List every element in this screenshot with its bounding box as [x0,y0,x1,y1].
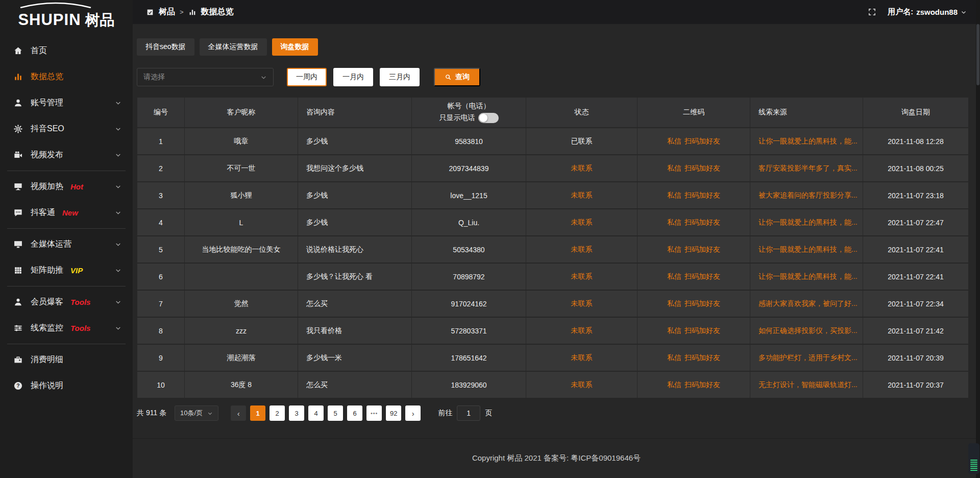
table-row: 6多少钱？让我死心 看70898792未联系私信扫码加好友让你一眼就爱上的黑科技… [137,263,969,290]
sidebar-divider [7,171,126,171]
monitor-icon [13,240,23,249]
breadcrumb-app[interactable]: 树品 [159,7,175,17]
sidebar-item-label: 视频加热 [31,181,63,192]
private-message-link[interactable]: 私信 [667,191,681,200]
query-button[interactable]: 查询 [434,68,480,86]
tab-0[interactable]: 抖音seo数据 [137,38,194,56]
status-badge: 未联系 [526,317,638,344]
sidebar-item-label: 抖音SEO [31,124,64,134]
cell-source: 无主灯设计，智能磁吸轨道灯... [750,371,863,398]
scan-add-friend-link[interactable]: 扫码加好友 [684,245,720,254]
tab-1[interactable]: 全媒体运营数据 [200,38,267,56]
scan-add-friend-link[interactable]: 扫码加好友 [684,164,720,173]
chevron-down-icon [115,267,121,274]
source-link[interactable]: 让你一眼就爱上的黑科技，能... [758,137,857,145]
next-page-button[interactable]: › [405,405,421,421]
scan-add-friend-link[interactable]: 扫码加好友 [684,218,720,227]
period-button-1[interactable]: 一月内 [333,68,373,86]
cell-account: 183929060 [412,371,526,398]
page-button-6[interactable]: 6 [347,405,362,421]
scan-add-friend-link[interactable]: 扫码加好友 [684,272,720,281]
cell-id: 3 [137,182,185,209]
period-button-0[interactable]: 一周内 [287,68,327,86]
phone-only-toggle[interactable] [478,113,499,123]
page-button-2[interactable]: 2 [270,405,285,421]
scan-add-friend-link[interactable]: 扫码加好友 [684,137,720,146]
source-link[interactable]: 感谢大家喜欢我家，被问了好... [758,299,857,307]
filter-select[interactable]: 请选择 [137,68,274,86]
chevron-down-icon [115,325,121,331]
cell-account: 50534380 [412,236,526,263]
sidebar-item-screen-heat[interactable]: 视频加热Hot [0,174,133,200]
logo-text-cn: 树品 [85,13,115,28]
sidebar-divider [7,286,126,286]
sidebar-item-bar-chart[interactable]: 数据总览 [0,64,133,90]
cell-content: 怎么买 [298,371,412,398]
private-message-link[interactable]: 私信 [667,299,681,308]
sidebar-item-badge: Tools [70,298,90,306]
cell-nickname [185,263,298,290]
page-button-5[interactable]: 5 [328,405,343,421]
private-message-link[interactable]: 私信 [667,164,681,173]
corner-widget[interactable] [968,443,979,474]
source-link[interactable]: 让你一眼就爱上的黑科技，能... [758,218,857,226]
scan-add-friend-link[interactable]: 扫码加好友 [684,353,720,363]
goto-page-input[interactable] [457,405,480,421]
scan-add-friend-link[interactable]: 扫码加好友 [684,191,720,200]
tab-2[interactable]: 询盘数据 [272,38,318,56]
chat-icon [13,208,23,218]
table-row: 8zzz我只看价格572803371未联系私信扫码加好友如何正确选择投影仪，买投… [137,317,969,344]
sidebar-item-home[interactable]: 首页 [0,38,133,64]
fullscreen-icon[interactable] [868,8,876,16]
scrollbar[interactable] [976,0,980,478]
private-message-link[interactable]: 私信 [667,245,681,254]
sidebar-item-briefcase[interactable]: 消费明细 [0,347,133,373]
sidebar-item-label: 线索监控 [31,323,63,333]
source-link[interactable]: 被大家追着问的客厅投影分享... [758,191,857,199]
sidebar-item-matrix-grid[interactable]: 矩阵助推VIP [0,257,133,283]
user-menu[interactable]: 用户名: zswodun88 [888,7,967,17]
source-link[interactable]: 让你一眼就爱上的黑科技，能... [758,272,857,280]
page-ellipsis-button[interactable]: ••• [366,405,382,421]
source-link[interactable]: 如何正确选择投影仪，买投影... [758,326,857,334]
sidebar-item-question[interactable]: ?操作说明 [0,373,133,399]
private-message-link[interactable]: 私信 [667,137,681,146]
sidebar-item-gear[interactable]: 抖音SEO [0,116,133,142]
cell-date: 2021-11-07 23:18 [863,182,969,209]
source-link[interactable]: 客厅安装投影半年多了，真实... [758,164,857,172]
period-button-2[interactable]: 三月内 [380,68,420,86]
sidebar-item-monitor[interactable]: 全媒体运营 [0,231,133,257]
scan-add-friend-link[interactable]: 扫码加好友 [684,299,720,308]
cell-account: love__1215 [412,182,526,209]
private-message-link[interactable]: 私信 [667,218,681,227]
cell-qrcode: 私信扫码加好友 [638,236,750,263]
sidebar-item-sliders[interactable]: 线索监控Tools [0,315,133,341]
private-message-link[interactable]: 私信 [667,380,681,390]
cell-id: 9 [137,344,185,371]
source-link[interactable]: 无主灯设计，智能磁吸轨道灯... [758,380,857,389]
page-button-3[interactable]: 3 [289,405,304,421]
source-link[interactable]: 多功能护栏灯，适用于乡村文... [758,353,857,362]
cell-source: 让你一眼就爱上的黑科技，能... [750,209,863,236]
page-button-92[interactable]: 92 [386,405,401,421]
scrollbar-thumb[interactable] [976,24,979,85]
private-message-link[interactable]: 私信 [667,272,681,281]
page-button-4[interactable]: 4 [308,405,324,421]
prev-page-button[interactable]: ‹ [231,405,246,421]
bar-chart-icon [188,8,197,16]
sidebar-item-member[interactable]: 会员爆客Tools [0,289,133,315]
scan-add-friend-link[interactable]: 扫码加好友 [684,326,720,336]
page-button-1[interactable]: 1 [250,405,265,421]
private-message-link[interactable]: 私信 [667,326,681,336]
private-message-link[interactable]: 私信 [667,353,681,363]
filter-bar: 请选择 一周内一月内三月内 查询 [137,68,969,86]
table-row: 5当地比较能吃的一位美女说说价格让我死心50534380未联系私信扫码加好友让你… [137,236,969,263]
sidebar-item-video-publish[interactable]: 视频发布 [0,142,133,168]
source-link[interactable]: 让你一眼就爱上的黑科技，能... [758,245,857,253]
sidebar-item-chat[interactable]: 抖客通New [0,200,133,226]
scan-add-friend-link[interactable]: 扫码加好友 [684,380,720,390]
page-size-select[interactable]: 10条/页 [175,405,218,421]
status-badge: 未联系 [526,263,638,290]
sidebar-item-label: 账号管理 [31,98,63,108]
sidebar-item-user[interactable]: 账号管理 [0,90,133,116]
